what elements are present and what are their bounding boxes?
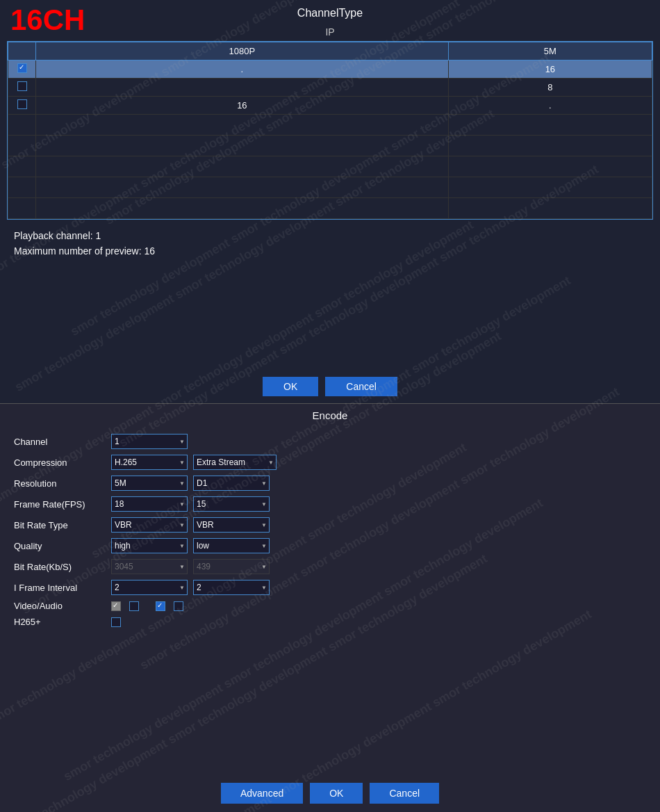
framerate-controls: 18 15 bbox=[111, 496, 270, 512]
iframe-sub-select[interactable]: 2 bbox=[193, 580, 270, 595]
encode-panel: Encode Channel 1 Compression H.265 bbox=[0, 403, 660, 812]
bitrate-main-select: 3045 bbox=[111, 559, 188, 574]
row1-col2: 16 bbox=[448, 60, 652, 79]
max-preview-info: Maximum number of preview: 16 bbox=[14, 245, 646, 257]
row1-check[interactable] bbox=[8, 60, 36, 79]
channel-type-title: ChannelType bbox=[0, 0, 660, 23]
quality-main-wrapper[interactable]: high bbox=[111, 538, 188, 553]
compression-main-wrapper[interactable]: H.265 bbox=[111, 455, 188, 470]
encode-form: Channel 1 Compression H.265 bbox=[0, 427, 660, 640]
framerate-sub-wrapper[interactable]: 15 bbox=[193, 496, 270, 512]
top-cancel-button[interactable]: Cancel bbox=[325, 377, 397, 396]
checkbox-checked[interactable] bbox=[17, 63, 27, 73]
row1-col1: . bbox=[36, 60, 449, 79]
encode-cancel-button[interactable]: Cancel bbox=[370, 783, 439, 804]
info-section: Playback channel: 1 Maximum number of pr… bbox=[0, 220, 660, 271]
encode-panel-buttons: Advanced OK Cancel bbox=[0, 774, 660, 812]
table-row-empty bbox=[8, 115, 652, 136]
framerate-sub-select[interactable]: 15 bbox=[193, 496, 270, 512]
bitratetype-sub-select[interactable]: VBR bbox=[193, 517, 270, 533]
row3-check[interactable] bbox=[8, 97, 36, 115]
channel-table: 1080P 5M . 16 8 bbox=[8, 42, 652, 219]
iframe-sub-wrapper[interactable]: 2 bbox=[193, 580, 270, 595]
channel-controls: 1 bbox=[111, 434, 188, 449]
col-1080p-header: 1080P bbox=[36, 42, 449, 60]
framerate-main-wrapper[interactable]: 18 bbox=[111, 496, 188, 512]
h265plus-checkbox[interactable] bbox=[111, 617, 121, 627]
bitrate-row: Bit Rate(Kb/S) 3045 439 bbox=[14, 559, 646, 574]
encode-ok-button[interactable]: OK bbox=[310, 783, 363, 804]
resolution-sub-wrapper[interactable]: D1 bbox=[193, 476, 270, 491]
compression-main-select[interactable]: H.265 bbox=[111, 455, 188, 470]
bitratetype-main-wrapper[interactable]: VBR bbox=[111, 517, 188, 533]
videoaudio-row: Video/Audio bbox=[14, 601, 646, 611]
framerate-label: Frame Rate(FPS) bbox=[14, 499, 111, 510]
checkbox-unchecked[interactable] bbox=[17, 81, 27, 91]
quality-main-select[interactable]: high bbox=[111, 538, 188, 553]
col-5m-header: 5M bbox=[448, 42, 652, 60]
compression-controls: H.265 Extra Stream bbox=[111, 455, 277, 470]
resolution-controls: 5M D1 bbox=[111, 476, 270, 491]
bitrate-controls: 3045 439 bbox=[111, 559, 270, 574]
table-row-empty bbox=[8, 177, 652, 198]
compression-label: Compression bbox=[14, 457, 111, 468]
quality-sub-wrapper[interactable]: low bbox=[193, 538, 270, 553]
h265plus-controls bbox=[111, 617, 121, 627]
checkbox-unchecked[interactable] bbox=[17, 99, 27, 109]
bitratetype-controls: VBR VBR bbox=[111, 517, 270, 533]
logo-16ch: 16CH bbox=[10, 6, 85, 35]
iframe-controls: 2 2 bbox=[111, 580, 270, 595]
table-row-empty bbox=[8, 198, 652, 219]
bitratetype-main-select[interactable]: VBR bbox=[111, 517, 188, 533]
videoaudio-check2[interactable] bbox=[129, 601, 139, 611]
quality-label: Quality bbox=[14, 541, 111, 551]
table-row-empty bbox=[8, 136, 652, 156]
channel-select[interactable]: 1 bbox=[111, 434, 188, 449]
iframe-label: I Frame Interval bbox=[14, 583, 111, 593]
table-row: 16 . bbox=[8, 97, 652, 115]
channel-dropdown-wrapper[interactable]: 1 bbox=[111, 434, 188, 449]
compression-row: Compression H.265 Extra Stream bbox=[14, 455, 646, 470]
videoaudio-check1[interactable] bbox=[111, 601, 121, 611]
resolution-main-wrapper[interactable]: 5M bbox=[111, 476, 188, 491]
h265plus-row: H265+ bbox=[14, 617, 646, 627]
bitrate-sub-select: 439 bbox=[193, 559, 270, 574]
col-check-header bbox=[8, 42, 36, 60]
videoaudio-check4[interactable] bbox=[174, 601, 183, 611]
channel-row: Channel 1 bbox=[14, 434, 646, 449]
bitrate-sub-wrapper: 439 bbox=[193, 559, 270, 574]
compression-sub-wrapper[interactable]: Extra Stream bbox=[193, 455, 277, 470]
bitratetype-sub-wrapper[interactable]: VBR bbox=[193, 517, 270, 533]
videoaudio-check3[interactable] bbox=[156, 601, 165, 611]
top-ok-button[interactable]: OK bbox=[263, 377, 318, 396]
compression-sub-select[interactable]: Extra Stream bbox=[193, 455, 277, 470]
table-row: 8 bbox=[8, 79, 652, 97]
framerate-row: Frame Rate(FPS) 18 15 bbox=[14, 496, 646, 512]
row2-col2: 8 bbox=[448, 79, 652, 97]
resolution-sub-select[interactable]: D1 bbox=[193, 476, 270, 491]
bitrate-label: Bit Rate(Kb/S) bbox=[14, 562, 111, 572]
channel-type-panel: 16CH ChannelType IP 1080P 5M . 16 bbox=[0, 0, 660, 403]
ip-label: IP bbox=[325, 26, 334, 38]
top-panel-buttons: OK Cancel bbox=[0, 370, 660, 403]
resolution-label: Resolution bbox=[14, 478, 111, 489]
iframe-main-wrapper[interactable]: 2 bbox=[111, 580, 188, 595]
framerate-main-select[interactable]: 18 bbox=[111, 496, 188, 512]
resolution-row: Resolution 5M D1 bbox=[14, 476, 646, 491]
iframe-main-select[interactable]: 2 bbox=[111, 580, 188, 595]
row2-col1 bbox=[36, 79, 449, 97]
table-row-empty bbox=[8, 156, 652, 177]
channel-table-container: 1080P 5M . 16 8 bbox=[7, 41, 653, 220]
iframe-row: I Frame Interval 2 2 bbox=[14, 580, 646, 595]
videoaudio-controls bbox=[111, 601, 183, 611]
bitratetype-row: Bit Rate Type VBR VBR bbox=[14, 517, 646, 533]
row2-check[interactable] bbox=[8, 79, 36, 97]
quality-sub-select[interactable]: low bbox=[193, 538, 270, 553]
resolution-main-select[interactable]: 5M bbox=[111, 476, 188, 491]
advanced-button[interactable]: Advanced bbox=[221, 783, 303, 804]
row3-col1: 16 bbox=[36, 97, 449, 115]
table-row: . 16 bbox=[8, 60, 652, 79]
channel-label: Channel bbox=[14, 437, 111, 447]
h265plus-label: H265+ bbox=[14, 617, 111, 627]
row3-col2: . bbox=[448, 97, 652, 115]
